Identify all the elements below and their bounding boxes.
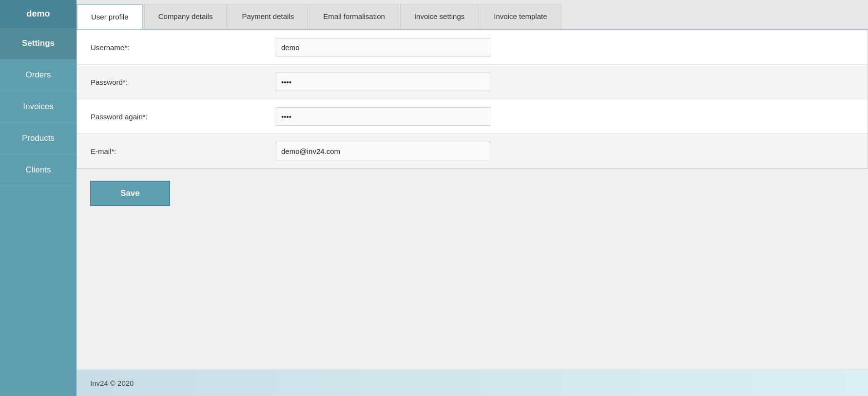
password-again-row: Password again*: (77, 99, 868, 134)
sidebar-item-orders[interactable]: Orders (0, 59, 77, 91)
email-input[interactable] (276, 142, 490, 160)
user-profile-form: Username*: Password*: Password again*: E… (77, 30, 868, 169)
footer: Inv24 © 2020 (77, 370, 868, 396)
password-again-label: Password again*: (91, 113, 276, 121)
tab-email-formalisation[interactable]: Email formalisation (309, 4, 399, 29)
save-button[interactable]: Save (90, 181, 170, 206)
email-label: E-mail*: (91, 147, 276, 155)
username-input[interactable] (276, 38, 490, 57)
password-row: Password*: (77, 65, 868, 99)
tab-invoice-template[interactable]: Invoice template (480, 4, 561, 29)
footer-text: Inv24 © 2020 (90, 379, 134, 387)
tab-payment-details[interactable]: Payment details (228, 4, 308, 29)
username-label: Username*: (91, 43, 276, 52)
sidebar-item-clients[interactable]: Clients (0, 154, 77, 186)
sidebar-item-invoices[interactable]: Invoices (0, 91, 77, 123)
save-section: Save (77, 169, 868, 218)
main-content: User profile Company details Payment det… (77, 0, 868, 396)
sidebar-item-settings[interactable]: Settings (0, 28, 77, 59)
password-label: Password*: (91, 78, 276, 86)
username-row: Username*: (77, 30, 868, 65)
email-row: E-mail*: (77, 134, 868, 169)
sidebar: demo Settings Orders Invoices Products C… (0, 0, 77, 396)
password-input[interactable] (276, 73, 490, 91)
password-again-input[interactable] (276, 107, 490, 126)
tab-invoice-settings[interactable]: Invoice settings (400, 4, 479, 29)
tab-user-profile[interactable]: User profile (77, 4, 143, 29)
tabs-bar: User profile Company details Payment det… (77, 0, 868, 30)
sidebar-item-products[interactable]: Products (0, 123, 77, 154)
tab-company-details[interactable]: Company details (144, 4, 227, 29)
sidebar-username: demo (0, 0, 77, 28)
